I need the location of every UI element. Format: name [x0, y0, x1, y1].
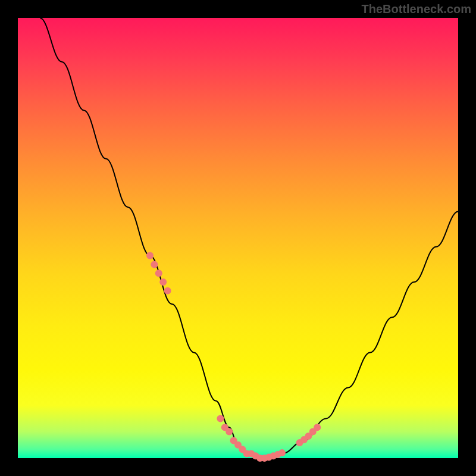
highlight-markers: [146, 252, 321, 462]
chart-plot-area: [18, 18, 458, 458]
highlight-marker: [146, 252, 154, 259]
bottleneck-curve: [40, 18, 458, 458]
highlight-marker: [151, 261, 158, 268]
highlight-marker: [159, 278, 167, 286]
highlight-marker: [164, 287, 171, 295]
watermark-text: TheBottleneck.com: [362, 2, 471, 16]
highlight-marker: [226, 428, 233, 436]
highlight-marker: [155, 270, 162, 277]
highlight-marker: [314, 424, 321, 431]
highlight-marker: [217, 415, 224, 422]
chart-svg: [18, 18, 458, 458]
highlight-marker: [278, 449, 286, 456]
